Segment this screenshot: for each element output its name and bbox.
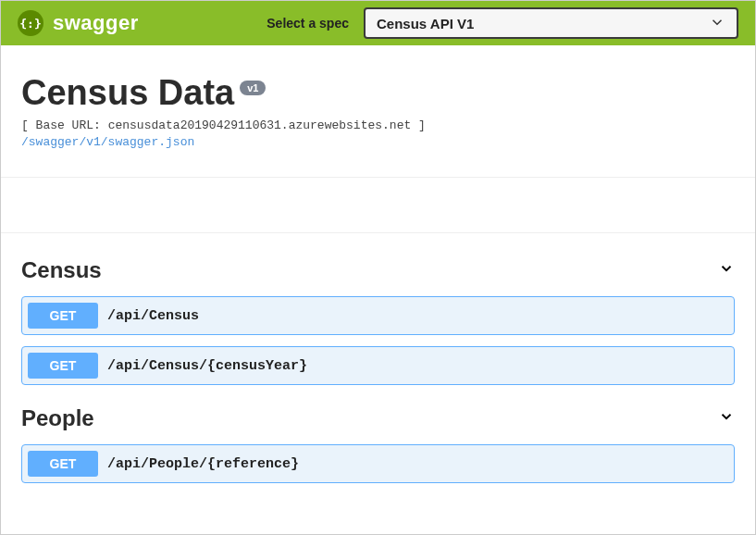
tag-people[interactable]: People <box>21 396 735 444</box>
operation-path: /api/Census/{censusYear} <box>107 358 307 374</box>
operation-get-people-reference[interactable]: GET /api/People/{reference} <box>21 444 735 483</box>
chevron-down-icon <box>718 408 735 429</box>
tag-label: Census <box>21 257 102 283</box>
operations-container: Census GET /api/Census GET /api/Census/{… <box>1 233 755 509</box>
method-badge: GET <box>28 353 98 379</box>
info-gap <box>1 178 755 233</box>
operation-path: /api/Census <box>107 308 199 324</box>
api-title: Census Data <box>21 73 234 113</box>
operation-get-census-year[interactable]: GET /api/Census/{censusYear} <box>21 346 735 385</box>
spec-select-value: Census API V1 <box>377 16 474 31</box>
api-version-badge: v1 <box>240 81 266 95</box>
operation-path: /api/People/{reference} <box>107 456 299 472</box>
base-url: [ Base URL: censusdata20190429110631.azu… <box>21 118 735 132</box>
swagger-json-link[interactable]: /swagger/v1/swagger.json <box>21 135 194 149</box>
chevron-down-icon <box>709 14 725 33</box>
operation-get-census[interactable]: GET /api/Census <box>21 296 735 335</box>
select-spec-label: Select a spec <box>266 16 349 31</box>
method-badge: GET <box>28 303 98 329</box>
swagger-logo-text: swagger <box>53 11 139 35</box>
tag-census[interactable]: Census <box>21 248 735 296</box>
tag-label: People <box>21 405 94 431</box>
method-badge: GET <box>28 451 98 477</box>
api-info: Census Data v1 [ Base URL: censusdata201… <box>1 45 755 178</box>
swagger-logo-icon: {:} <box>18 10 43 36</box>
chevron-down-icon <box>718 260 735 280</box>
topbar: {:} swagger Select a spec Census API V1 <box>1 1 755 45</box>
spec-select[interactable]: Census API V1 <box>364 7 738 39</box>
